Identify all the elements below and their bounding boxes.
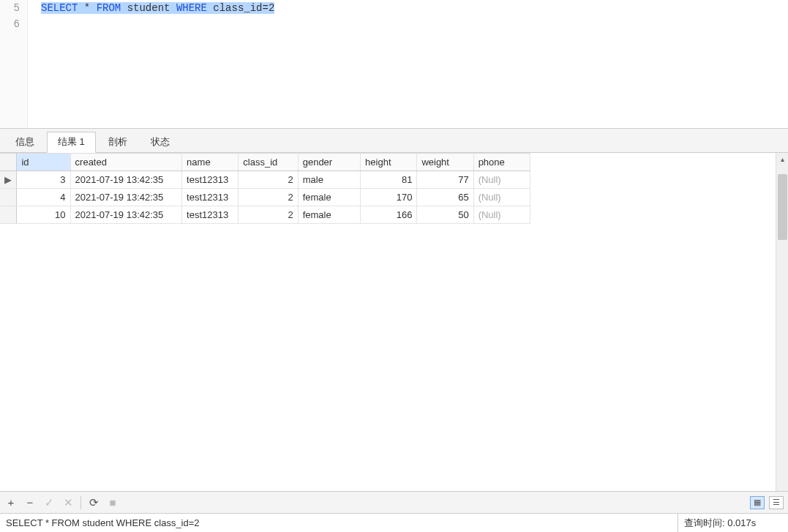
row-marker: [0, 206, 17, 224]
table-row[interactable]: 102021-07-19 13:42:35test123132female166…: [0, 206, 530, 224]
cell-created[interactable]: 2021-07-19 13:42:35: [70, 206, 182, 224]
cell-name[interactable]: test12313: [182, 206, 239, 224]
table-row[interactable]: ▶32021-07-19 13:42:35test123132male8177(…: [0, 171, 530, 189]
cell-name[interactable]: test12313: [182, 171, 239, 189]
line-number: 6: [0, 16, 20, 32]
line-number: 5: [0, 0, 20, 16]
cell-height[interactable]: 81: [361, 171, 417, 189]
col-header-class_id[interactable]: class_id: [239, 154, 298, 171]
code-area[interactable]: SELECT * FROM student WHERE class_id=2: [28, 0, 274, 128]
table-row[interactable]: 42021-07-19 13:42:35test123132female1706…: [0, 189, 530, 206]
cell-created[interactable]: 2021-07-19 13:42:35: [70, 189, 182, 206]
cell-gender[interactable]: female: [298, 189, 360, 206]
cell-phone[interactable]: (Null): [473, 189, 530, 206]
stop-button[interactable]: ■: [106, 496, 119, 509]
tab-1[interactable]: 结果 1: [47, 132, 96, 153]
cell-weight[interactable]: 65: [417, 189, 473, 206]
scroll-thumb[interactable]: [778, 174, 787, 240]
grid-view-button[interactable]: ▦: [750, 496, 765, 509]
col-header-name[interactable]: name: [182, 154, 239, 171]
cell-weight[interactable]: 50: [417, 206, 473, 224]
col-header-id[interactable]: id: [17, 154, 70, 171]
cell-gender[interactable]: female: [298, 206, 360, 224]
delete-row-button[interactable]: −: [23, 496, 37, 509]
status-time-text: 查询时间: 0.017s: [678, 514, 788, 532]
cell-id[interactable]: 10: [17, 206, 70, 224]
cell-id[interactable]: 3: [17, 171, 70, 189]
data-table[interactable]: idcreatednameclass_idgenderheightweightp…: [0, 153, 530, 224]
cell-name[interactable]: test12313: [182, 189, 239, 206]
code-line[interactable]: [41, 16, 274, 32]
toolbar-separator: [80, 496, 81, 509]
sql-editor[interactable]: 5 6 SELECT * FROM student WHERE class_id…: [0, 0, 788, 129]
col-header-height[interactable]: height: [361, 154, 417, 171]
col-header-weight[interactable]: weight: [417, 154, 473, 171]
cancel-changes-button[interactable]: ✕: [61, 496, 75, 509]
refresh-button[interactable]: ⟳: [87, 496, 100, 509]
cell-id[interactable]: 4: [17, 189, 70, 206]
row-marker: ▶: [0, 171, 17, 189]
tab-0[interactable]: 信息: [4, 132, 45, 152]
cell-created[interactable]: 2021-07-19 13:42:35: [70, 171, 182, 189]
code-line[interactable]: SELECT * FROM student WHERE class_id=2: [41, 0, 274, 16]
results-pane: idcreatednameclass_idgenderheightweightp…: [0, 153, 788, 491]
scroll-up-icon[interactable]: ▴: [776, 153, 789, 165]
col-header-phone[interactable]: phone: [473, 154, 530, 171]
cell-class_id[interactable]: 2: [239, 189, 298, 206]
cell-phone[interactable]: (Null): [473, 171, 530, 189]
cell-class_id[interactable]: 2: [239, 206, 298, 224]
row-marker: [0, 189, 17, 206]
view-switcher: ▦ ☰: [750, 496, 784, 509]
line-number-gutter: 5 6: [0, 0, 28, 128]
status-bar: SELECT * FROM student WHERE class_id=2 查…: [0, 513, 788, 532]
cell-height[interactable]: 170: [361, 189, 417, 206]
tab-3[interactable]: 状态: [140, 132, 181, 152]
cell-phone[interactable]: (Null): [473, 206, 530, 224]
grid-toolbar: + − ✓ ✕ ⟳ ■ ▦ ☰: [0, 491, 788, 513]
vertical-scrollbar[interactable]: ▴: [776, 153, 788, 491]
form-view-button[interactable]: ☰: [769, 496, 784, 509]
col-header-gender[interactable]: gender: [298, 154, 360, 171]
col-header-created[interactable]: created: [70, 154, 182, 171]
results-grid[interactable]: idcreatednameclass_idgenderheightweightp…: [0, 153, 776, 491]
row-header-corner: [0, 154, 17, 171]
cell-weight[interactable]: 77: [417, 171, 473, 189]
cell-gender[interactable]: male: [298, 171, 360, 189]
tab-2[interactable]: 剖析: [97, 132, 138, 152]
cell-class_id[interactable]: 2: [239, 171, 298, 189]
apply-changes-button[interactable]: ✓: [42, 496, 56, 509]
cell-height[interactable]: 166: [361, 206, 417, 224]
status-query-text: SELECT * FROM student WHERE class_id=2: [0, 514, 678, 532]
add-row-button[interactable]: +: [4, 496, 18, 509]
result-tabs: 信息结果 1剖析状态: [0, 129, 788, 153]
